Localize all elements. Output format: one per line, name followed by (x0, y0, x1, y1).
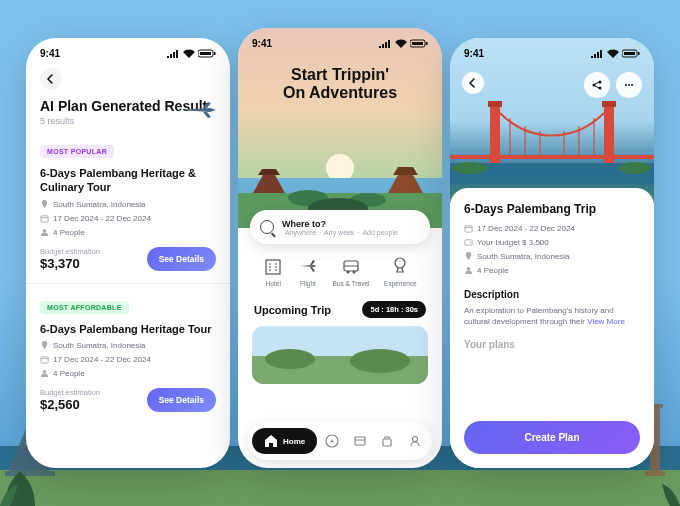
svg-rect-4 (200, 52, 211, 55)
search-icon (260, 220, 274, 234)
plan-people: 4 People (40, 228, 216, 237)
budget-label: Budget estimation (40, 388, 100, 397)
svg-rect-46 (602, 101, 616, 107)
bus-icon (341, 256, 361, 276)
flight-icon (298, 256, 318, 276)
calendar-icon (40, 355, 49, 364)
svg-point-38 (625, 84, 627, 86)
trip-budget: Your budget $ 3,500 (464, 238, 640, 247)
tab-profile[interactable] (402, 434, 428, 448)
pin-icon (40, 200, 49, 209)
tab-explore[interactable] (319, 434, 345, 448)
wallet-icon (464, 238, 473, 247)
bag-icon (380, 434, 394, 448)
search-suggestions: Anywhere·Any week·Add people (282, 229, 401, 236)
plan-title: 6-Days Palembang Heritage Tour (40, 322, 216, 336)
plan-location: South Sumatra, Indonesia (40, 200, 216, 209)
result-card[interactable]: MOST AFFORDABLE 6-Days Palembang Heritag… (40, 296, 216, 412)
svg-rect-5 (214, 52, 216, 55)
svg-rect-29 (355, 437, 365, 445)
back-button[interactable] (462, 72, 484, 94)
svg-rect-44 (604, 103, 614, 163)
pin-icon (464, 252, 473, 261)
svg-point-13 (326, 154, 354, 182)
category-bus[interactable]: Bus & Travel (333, 256, 370, 287)
status-icons (590, 49, 640, 58)
category-flight[interactable]: Flight (298, 256, 318, 287)
category-experience[interactable]: Experience (384, 256, 417, 287)
arrow-left-icon (46, 74, 56, 84)
pin-icon (40, 341, 49, 350)
svg-rect-6 (41, 215, 48, 221)
people-icon (40, 228, 49, 237)
svg-rect-45 (488, 101, 502, 107)
svg-rect-43 (490, 103, 500, 163)
tab-saved[interactable] (375, 434, 401, 448)
plan-location: South Sumatra, Indonesia (40, 341, 216, 350)
svg-point-48 (619, 162, 651, 174)
tab-home[interactable]: Home (252, 428, 317, 454)
svg-point-47 (452, 162, 488, 174)
balloon-icon (390, 256, 410, 276)
status-bar: 9:41 (26, 38, 230, 68)
plan-dates: 17 Dec 2024 - 22 Dec 2024 (40, 355, 216, 364)
svg-point-7 (43, 228, 47, 232)
user-icon (408, 434, 422, 448)
plane-illustration (178, 100, 218, 120)
screen-results: 9:41 AI Plan Generated Result 5 results … (26, 38, 230, 468)
screen-trip-detail: 9:41 6-Days Palembang Trip 17 De (450, 38, 654, 468)
plan-dates: 17 Dec 2024 - 22 Dec 2024 (40, 214, 216, 223)
result-card[interactable]: MOST POPULAR 6-Days Palembang Heritage &… (40, 140, 216, 271)
calendar-icon (464, 224, 473, 233)
screen-home: 9:41 Start Trippin' On Adventures Where (238, 28, 442, 468)
create-plan-button[interactable]: Create Plan (464, 421, 640, 454)
description-text: An exploration to Palembang's history an… (464, 305, 640, 327)
trip-location: South Sumatra, Indonesia (464, 252, 640, 261)
badge-most-affordable: MOST AFFORDABLE (40, 301, 129, 314)
status-bar: 9:41 (450, 38, 654, 68)
trip-dates: 17 Dec 2024 - 22 Dec 2024 (464, 224, 640, 233)
svg-rect-12 (426, 42, 428, 45)
budget-amount: $3,370 (40, 256, 100, 271)
svg-rect-49 (465, 226, 472, 232)
svg-point-27 (350, 349, 410, 373)
view-more-link[interactable]: View More (587, 317, 625, 326)
svg-rect-11 (412, 42, 423, 45)
upcoming-trip-card[interactable] (252, 326, 428, 384)
status-time: 9:41 (464, 48, 484, 59)
people-icon (40, 369, 49, 378)
svg-point-9 (43, 370, 47, 374)
svg-point-51 (470, 242, 471, 243)
svg-point-21 (347, 271, 350, 274)
hero-heading: Start Trippin' On Adventures (238, 66, 442, 103)
category-hotel[interactable]: Hotel (263, 256, 283, 287)
status-icons (378, 39, 428, 48)
status-icons (166, 49, 216, 58)
back-button[interactable] (40, 68, 62, 90)
svg-point-23 (395, 258, 405, 268)
tab-trips[interactable] (347, 434, 373, 448)
trip-card-illustration (252, 326, 428, 384)
search-bar[interactable]: Where to? Anywhere·Any week·Add people (250, 210, 430, 244)
svg-rect-42 (450, 155, 654, 159)
countdown-badge: 5d : 18h : 30s (362, 301, 426, 318)
ticket-icon (353, 434, 367, 448)
status-time: 9:41 (252, 38, 272, 49)
upcoming-title: Upcoming Trip (254, 304, 331, 316)
svg-point-52 (467, 267, 471, 271)
hotel-icon (263, 256, 283, 276)
svg-point-39 (628, 84, 630, 86)
category-row: Hotel Flight Bus & Travel Experience (252, 256, 428, 287)
budget-amount: $2,560 (40, 397, 100, 412)
status-bar: 9:41 (238, 28, 442, 58)
status-time: 9:41 (40, 48, 60, 59)
your-plans-heading: Your plans (464, 339, 640, 350)
see-details-button[interactable]: See Details (147, 388, 216, 412)
see-details-button[interactable]: See Details (147, 247, 216, 271)
share-icon (591, 79, 603, 91)
compass-icon (325, 434, 339, 448)
arrow-left-icon (468, 78, 478, 88)
svg-rect-50 (465, 240, 472, 245)
plan-title: 6-Days Palembang Heritage & Culinary Tou… (40, 166, 216, 195)
plan-people: 4 People (40, 369, 216, 378)
